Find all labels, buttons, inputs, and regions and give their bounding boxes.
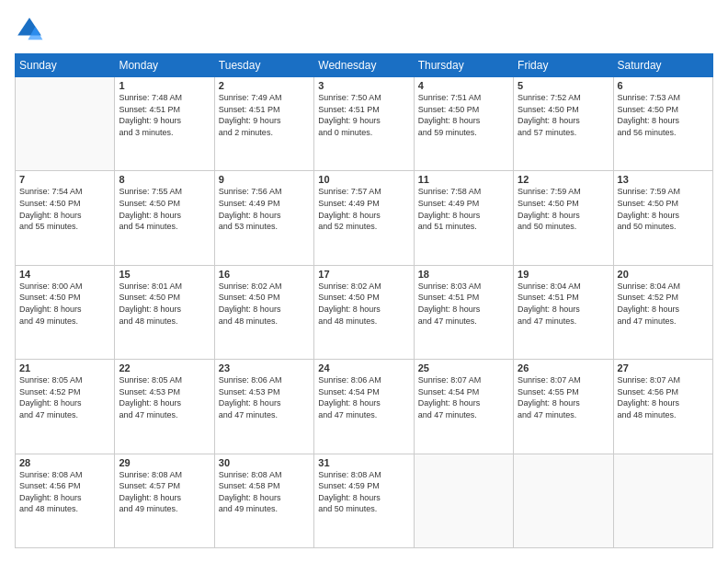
day-info: Sunrise: 8:07 AMSunset: 4:55 PMDaylight:… [518,374,609,420]
calendar-week-2: 7Sunrise: 7:54 AMSunset: 4:50 PMDaylight… [16,171,713,265]
day-number: 20 [618,269,709,280]
day-number: 4 [418,80,509,91]
day-info: Sunrise: 7:59 AMSunset: 4:50 PMDaylight:… [518,186,609,232]
day-info: Sunrise: 8:08 AMSunset: 4:58 PMDaylight:… [219,469,310,515]
calendar-header-thursday: Thursday [414,54,513,77]
calendar-cell: 12Sunrise: 7:59 AMSunset: 4:50 PMDayligh… [514,171,613,265]
calendar-cell: 27Sunrise: 8:07 AMSunset: 4:56 PMDayligh… [613,360,712,454]
calendar-cell: 7Sunrise: 7:54 AMSunset: 4:50 PMDaylight… [16,171,115,265]
calendar-cell: 14Sunrise: 8:00 AMSunset: 4:50 PMDayligh… [16,265,115,359]
calendar-cell: 10Sunrise: 7:57 AMSunset: 4:49 PMDayligh… [314,171,414,265]
logo-icon [15,15,44,44]
calendar-cell: 18Sunrise: 8:03 AMSunset: 4:51 PMDayligh… [414,265,513,359]
calendar-header-wednesday: Wednesday [314,54,414,77]
calendar-cell: 29Sunrise: 8:08 AMSunset: 4:57 PMDayligh… [115,454,214,547]
calendar-cell: 11Sunrise: 7:58 AMSunset: 4:49 PMDayligh… [414,171,513,265]
day-info: Sunrise: 8:02 AMSunset: 4:50 PMDaylight:… [318,281,409,327]
day-number: 28 [19,457,110,468]
calendar-cell: 3Sunrise: 7:50 AMSunset: 4:51 PMDaylight… [314,77,414,171]
day-info: Sunrise: 8:06 AMSunset: 4:53 PMDaylight:… [219,374,310,420]
day-info: Sunrise: 8:08 AMSunset: 4:59 PMDaylight:… [318,469,409,515]
day-number: 18 [418,269,509,280]
day-info: Sunrise: 7:52 AMSunset: 4:50 PMDaylight:… [518,92,609,138]
day-number: 23 [219,362,310,373]
day-number: 3 [318,80,409,91]
calendar-cell: 25Sunrise: 8:07 AMSunset: 4:54 PMDayligh… [414,360,513,454]
day-info: Sunrise: 8:01 AMSunset: 4:50 PMDaylight:… [119,281,210,327]
day-info: Sunrise: 7:59 AMSunset: 4:50 PMDaylight:… [618,186,709,232]
day-info: Sunrise: 8:07 AMSunset: 4:56 PMDaylight:… [618,374,709,420]
day-number: 6 [618,80,709,91]
calendar-cell: 16Sunrise: 8:02 AMSunset: 4:50 PMDayligh… [214,265,313,359]
day-info: Sunrise: 8:05 AMSunset: 4:53 PMDaylight:… [119,374,210,420]
calendar-cell: 5Sunrise: 7:52 AMSunset: 4:50 PMDaylight… [514,77,613,171]
day-number: 27 [618,362,709,373]
day-info: Sunrise: 8:08 AMSunset: 4:57 PMDaylight:… [119,469,210,515]
calendar-cell: 2Sunrise: 7:49 AMSunset: 4:51 PMDaylight… [214,77,313,171]
day-number: 22 [119,362,210,373]
calendar-week-1: 1Sunrise: 7:48 AMSunset: 4:51 PMDaylight… [16,77,713,171]
day-number: 24 [318,362,409,373]
calendar-cell: 15Sunrise: 8:01 AMSunset: 4:50 PMDayligh… [115,265,214,359]
day-number: 25 [418,362,509,373]
day-info: Sunrise: 7:54 AMSunset: 4:50 PMDaylight:… [19,186,110,232]
day-number: 8 [119,174,210,185]
day-number: 26 [518,362,609,373]
calendar-cell: 4Sunrise: 7:51 AMSunset: 4:50 PMDaylight… [414,77,513,171]
calendar-cell: 1Sunrise: 7:48 AMSunset: 4:51 PMDaylight… [115,77,214,171]
calendar-cell [414,454,513,547]
day-number: 11 [418,174,509,185]
day-info: Sunrise: 8:02 AMSunset: 4:50 PMDaylight:… [219,281,310,327]
calendar-cell: 13Sunrise: 7:59 AMSunset: 4:50 PMDayligh… [613,171,712,265]
calendar-cell [514,454,613,547]
day-number: 15 [119,269,210,280]
calendar-cell: 23Sunrise: 8:06 AMSunset: 4:53 PMDayligh… [214,360,313,454]
calendar-cell: 30Sunrise: 8:08 AMSunset: 4:58 PMDayligh… [214,454,313,547]
calendar-cell: 9Sunrise: 7:56 AMSunset: 4:49 PMDaylight… [214,171,313,265]
day-info: Sunrise: 8:00 AMSunset: 4:50 PMDaylight:… [19,281,110,327]
day-number: 1 [119,80,210,91]
day-number: 9 [219,174,310,185]
day-number: 7 [19,174,110,185]
header [15,15,713,44]
day-info: Sunrise: 8:04 AMSunset: 4:52 PMDaylight:… [618,281,709,327]
page: SundayMondayTuesdayWednesdayThursdayFrid… [0,0,728,563]
calendar-header-saturday: Saturday [613,54,712,77]
day-number: 17 [318,269,409,280]
logo [15,15,46,44]
day-number: 21 [19,362,110,373]
day-info: Sunrise: 8:03 AMSunset: 4:51 PMDaylight:… [418,281,509,327]
calendar-cell [16,77,115,171]
day-info: Sunrise: 7:51 AMSunset: 4:50 PMDaylight:… [418,92,509,138]
day-number: 31 [318,457,409,468]
calendar-week-4: 21Sunrise: 8:05 AMSunset: 4:52 PMDayligh… [16,360,713,454]
day-number: 2 [219,80,310,91]
calendar-cell: 6Sunrise: 7:53 AMSunset: 4:50 PMDaylight… [613,77,712,171]
day-info: Sunrise: 7:48 AMSunset: 4:51 PMDaylight:… [119,92,210,138]
day-info: Sunrise: 7:50 AMSunset: 4:51 PMDaylight:… [318,92,409,138]
day-number: 14 [19,269,110,280]
day-number: 19 [518,269,609,280]
day-info: Sunrise: 7:55 AMSunset: 4:50 PMDaylight:… [119,186,210,232]
calendar-cell: 20Sunrise: 8:04 AMSunset: 4:52 PMDayligh… [613,265,712,359]
calendar-cell: 31Sunrise: 8:08 AMSunset: 4:59 PMDayligh… [314,454,414,547]
calendar-cell: 19Sunrise: 8:04 AMSunset: 4:51 PMDayligh… [514,265,613,359]
day-info: Sunrise: 8:05 AMSunset: 4:52 PMDaylight:… [19,374,110,420]
calendar-table: SundayMondayTuesdayWednesdayThursdayFrid… [15,53,713,548]
calendar-cell: 17Sunrise: 8:02 AMSunset: 4:50 PMDayligh… [314,265,414,359]
calendar-header-monday: Monday [115,54,214,77]
calendar-cell: 22Sunrise: 8:05 AMSunset: 4:53 PMDayligh… [115,360,214,454]
day-info: Sunrise: 7:56 AMSunset: 4:49 PMDaylight:… [219,186,310,232]
day-info: Sunrise: 8:08 AMSunset: 4:56 PMDaylight:… [19,469,110,515]
calendar-cell [613,454,712,547]
calendar-header-sunday: Sunday [16,54,115,77]
day-info: Sunrise: 7:49 AMSunset: 4:51 PMDaylight:… [219,92,310,138]
day-number: 12 [518,174,609,185]
day-number: 10 [318,174,409,185]
day-info: Sunrise: 7:58 AMSunset: 4:49 PMDaylight:… [418,186,509,232]
day-number: 13 [618,174,709,185]
day-info: Sunrise: 7:57 AMSunset: 4:49 PMDaylight:… [318,186,409,232]
day-info: Sunrise: 8:07 AMSunset: 4:54 PMDaylight:… [418,374,509,420]
calendar-header-tuesday: Tuesday [214,54,313,77]
calendar-header-friday: Friday [514,54,613,77]
